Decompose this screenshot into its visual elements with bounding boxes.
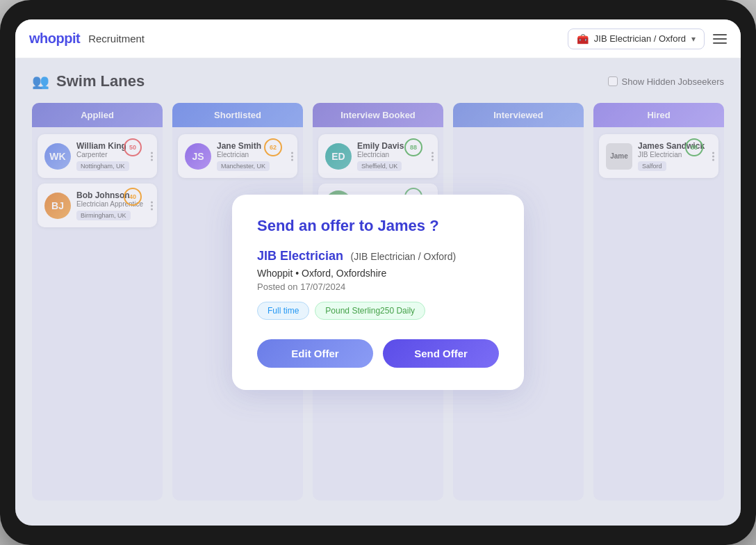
briefcase-icon: 🧰	[577, 33, 589, 44]
send-offer-modal: Send an offer to James ? JIB Electrician…	[232, 195, 524, 390]
job-selector-text: JIB Electrician / Oxford	[594, 33, 686, 44]
menu-line-1	[713, 34, 727, 35]
modal-posted: Posted on 17/07/2024	[257, 282, 499, 292]
app-logo: whoppit	[29, 31, 80, 47]
tag-salary: Pound Sterling250 Daily	[315, 302, 425, 320]
header-left: whoppit Recruitment	[29, 31, 145, 47]
tag-fulltime: Full time	[257, 302, 309, 320]
edit-offer-button[interactable]: Edit Offer	[257, 339, 373, 368]
job-selector[interactable]: 🧰 JIB Electrician / Oxford ▾	[568, 29, 705, 49]
modal-company: Whoppit • Oxford, Oxfordshire	[257, 268, 499, 279]
chevron-down-icon: ▾	[691, 34, 696, 44]
modal-job-subtitle: (JIB Electrician / Oxford)	[351, 251, 457, 262]
modal-title: Send an offer to James ?	[257, 217, 499, 235]
app-section: Recruitment	[88, 33, 145, 44]
menu-line-3	[713, 42, 727, 44]
modal-job-info: JIB Electrician (JIB Electrician / Oxfor…	[257, 249, 499, 263]
hamburger-menu[interactable]	[713, 34, 727, 44]
menu-line-2	[713, 38, 727, 40]
header-right: 🧰 JIB Electrician / Oxford ▾	[568, 29, 727, 49]
page-content: 👥 Swim Lanes Show Hidden Jobseekers Appl…	[15, 58, 741, 526]
modal-actions: Edit Offer Send Offer	[257, 339, 499, 368]
modal-job-title: JIB Electrician	[257, 249, 343, 263]
app-header: whoppit Recruitment 🧰 JIB Electrician / …	[15, 19, 741, 58]
modal-tags: Full time Pound Sterling250 Daily	[257, 302, 499, 320]
send-offer-button[interactable]: Send Offer	[383, 339, 499, 368]
modal-overlay[interactable]: Send an offer to James ? JIB Electrician…	[15, 58, 741, 526]
